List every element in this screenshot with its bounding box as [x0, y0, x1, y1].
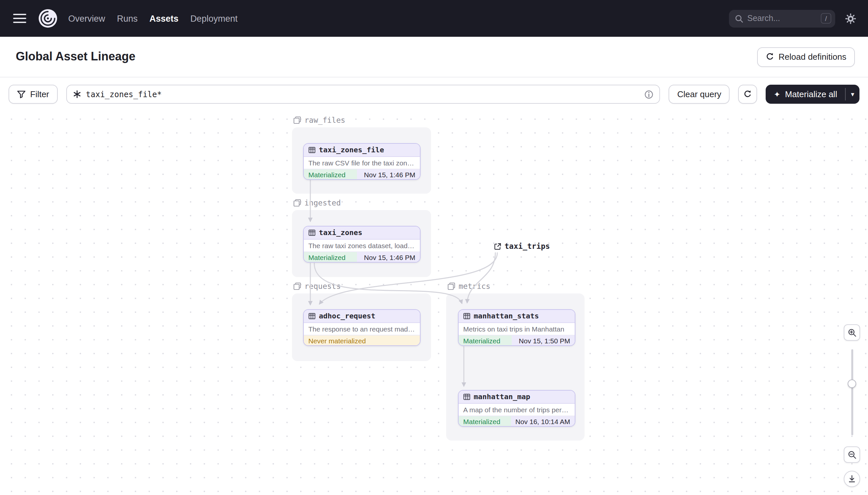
asset-name: adhoc_request — [319, 312, 375, 320]
asset-selection-input[interactable] — [86, 90, 640, 99]
zoom-slider-thumb[interactable] — [848, 379, 856, 388]
lineage-canvas[interactable]: raw_files ingested requests metrics — [0, 111, 868, 495]
refresh-icon — [765, 52, 774, 61]
asset-name: manhattan_map — [474, 393, 530, 401]
status-badge: Materialized — [304, 252, 357, 262]
chevron-down-icon: ▾ — [851, 90, 854, 98]
asset-description: Metrics on taxi trips in Manhattan — [463, 325, 564, 333]
asset-description: The raw taxi zones dataset, loaded int..… — [308, 242, 415, 250]
search-input[interactable] — [747, 14, 817, 23]
status-badge: Materialized — [459, 416, 511, 426]
clear-query-button[interactable]: Clear query — [669, 85, 730, 104]
materialize-all-button[interactable]: ✦ Materialize all — [766, 85, 845, 104]
nav-runs[interactable]: Runs — [117, 14, 138, 23]
status-badge: Never materialized — [304, 336, 420, 345]
reload-definitions-button[interactable]: Reload definitions — [757, 47, 855, 67]
materialization-timestamp: Nov 15, 1:46 PM — [357, 169, 420, 179]
asset-description: The response to an request made in th... — [308, 325, 415, 333]
page-title: Global Asset Lineage — [16, 50, 136, 64]
group-icon — [293, 199, 301, 207]
nav-deployment[interactable]: Deployment — [190, 14, 237, 23]
zoom-in-button[interactable] — [844, 324, 860, 341]
navbar-right: / — [729, 10, 856, 27]
search-icon — [735, 14, 743, 23]
asset-name: taxi_zones — [319, 228, 362, 237]
group-icon — [293, 116, 301, 124]
asset-node-manhattan_stats[interactable]: manhattan_stats Metrics on taxi trips in… — [458, 309, 575, 346]
asset-description: A map of the number of trips per taxi z.… — [463, 406, 570, 414]
asset-name: manhattan_stats — [474, 312, 539, 320]
app: Overview Runs Assets Deployment / — [0, 0, 868, 495]
asset-node-taxi_zones[interactable]: taxi_zones The raw taxi zones dataset, l… — [303, 226, 421, 262]
top-navbar: Overview Runs Assets Deployment / — [0, 0, 868, 37]
zoom-out-button[interactable] — [844, 446, 860, 463]
sparkle-icon: ✦ — [774, 90, 780, 98]
asset-node-adhoc_request[interactable]: adhoc_request The response to an request… — [303, 309, 421, 346]
op-selector-icon — [73, 90, 81, 99]
external-link-icon — [494, 243, 501, 250]
search-shortcut-badge: / — [821, 13, 831, 24]
table-icon — [463, 312, 471, 320]
zoom-slider-track[interactable] — [851, 349, 853, 435]
info-icon[interactable] — [644, 90, 653, 99]
search-box[interactable]: / — [729, 10, 835, 27]
filter-button[interactable]: Filter — [8, 85, 58, 104]
asset-node-taxi_zones_file[interactable]: taxi_zones_file The raw CSV file for the… — [303, 143, 421, 180]
dagster-logo[interactable] — [38, 8, 58, 28]
asset-node-manhattan_map[interactable]: manhattan_map A map of the number of tri… — [458, 390, 575, 427]
status-badge: Materialized — [459, 336, 512, 345]
table-icon — [308, 147, 316, 154]
asset-description: The raw CSV file for the taxi zones dat.… — [308, 159, 415, 167]
group-icon — [447, 282, 455, 290]
lineage-toolbar: Filter Clear query ✦ Materialize all — [0, 78, 868, 111]
materialization-timestamp: Nov 15, 1:50 PM — [512, 336, 575, 345]
materialization-timestamp: Nov 16, 10:14 AM — [511, 416, 575, 426]
group-label-raw_files[interactable]: raw_files — [293, 116, 346, 125]
group-icon — [293, 282, 301, 290]
group-label-ingested[interactable]: ingested — [293, 198, 341, 207]
table-icon — [308, 312, 316, 320]
refresh-graph-button[interactable] — [739, 85, 758, 104]
table-icon — [308, 229, 316, 236]
lineage-edges — [0, 111, 868, 495]
nav-assets[interactable]: Assets — [149, 14, 179, 23]
external-asset-taxi_trips[interactable]: taxi_trips — [494, 242, 550, 251]
table-icon — [463, 393, 471, 400]
menu-icon[interactable] — [13, 14, 26, 23]
materialization-timestamp: Nov 15, 1:46 PM — [357, 252, 420, 262]
materialize-options-button[interactable]: ▾ — [846, 85, 860, 104]
page-header: Global Asset Lineage Reload definitions — [0, 37, 868, 78]
settings-gear-icon[interactable] — [845, 13, 856, 24]
funnel-icon — [17, 90, 25, 99]
nav-overview[interactable]: Overview — [68, 14, 105, 23]
status-badge: Materialized — [304, 169, 357, 179]
group-label-metrics[interactable]: metrics — [447, 281, 491, 291]
materialize-all-split-button: ✦ Materialize all ▾ — [766, 85, 860, 104]
download-view-button[interactable] — [844, 471, 860, 487]
group-label-requests[interactable]: requests — [293, 281, 341, 291]
asset-name: taxi_zones_file — [319, 146, 384, 154]
refresh-icon — [744, 90, 752, 99]
zoom-slider[interactable] — [848, 349, 856, 435]
nav-links: Overview Runs Assets Deployment — [68, 14, 237, 23]
asset-selection-input-wrap — [66, 85, 660, 104]
